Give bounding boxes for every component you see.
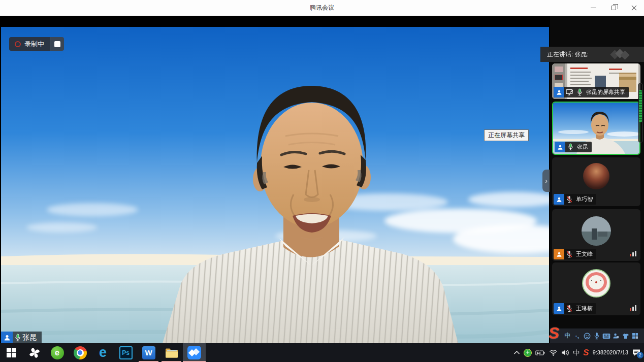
chevron-up-icon: [513, 350, 520, 355]
main-video: 录制中 正在屏幕共享 › 张昆: [0, 16, 550, 343]
taskbar-app-pinwheel[interactable]: [23, 343, 46, 362]
window-controls: [583, 0, 644, 16]
taskbar-apps: e e Ps W: [0, 343, 206, 362]
taskbar-app-chrome[interactable]: [69, 343, 91, 362]
green-browser-icon: e: [51, 346, 64, 359]
sogou-logo-icon[interactable]: S: [549, 325, 559, 341]
mic-muted-icon: [564, 305, 574, 312]
scrollbar-thumb[interactable]: [639, 90, 642, 122]
soft-keyboard-icon[interactable]: [602, 333, 610, 339]
mic-on-icon: [15, 334, 21, 342]
sogou-ime-toolbar: S 中 ·,: [550, 328, 644, 343]
voice-input-icon[interactable]: [592, 332, 601, 340]
ime-punctuation-button[interactable]: ·,: [573, 333, 582, 340]
network-signal-icon: [630, 251, 636, 256]
notification-count-badge: 2: [637, 352, 643, 358]
avatar: [582, 216, 611, 246]
taskbar-app-edge[interactable]: e: [91, 343, 114, 362]
chrome-icon: [74, 346, 87, 359]
now-speaking-text: 正在讲话: 张昆:: [547, 51, 589, 58]
avatar: [582, 269, 610, 298]
clock-date: 2020/7/13: [603, 349, 628, 356]
restore-icon: [611, 6, 616, 10]
main-speaker-label: 张昆: [1, 332, 42, 343]
sidebar-collapse-tab[interactable]: ›: [542, 170, 550, 192]
ime-user-icon[interactable]: [611, 333, 620, 339]
taskbar-clock[interactable]: 9:38 2020/7/13: [593, 349, 628, 356]
avatar: [583, 163, 609, 189]
action-center-button[interactable]: 2: [632, 349, 641, 357]
mic-muted-icon: [564, 195, 574, 203]
host-icon: [554, 249, 564, 259]
system-tray: + 中 S 9:38 2020/7/13 2: [513, 343, 643, 362]
windows-taskbar: e e Ps W +: [0, 343, 644, 362]
wifi-icon[interactable]: [549, 349, 558, 356]
taskbar-app-file-explorer[interactable]: [160, 343, 183, 362]
ime-skin-icon[interactable]: [621, 333, 630, 339]
taskbar-app-360-browser[interactable]: e: [46, 343, 69, 362]
stop-recording-button[interactable]: [50, 37, 64, 51]
start-button[interactable]: [0, 343, 23, 362]
tencent-meeting-window: 腾讯会议: [0, 0, 644, 362]
now-speaking-banner: 正在讲话: 张昆:: [540, 47, 644, 62]
record-dot-icon: [15, 41, 21, 47]
recording-indicator: 录制中: [9, 37, 64, 51]
participant-name: 张昆: [575, 143, 592, 151]
ime-toolbox-icon[interactable]: [631, 333, 639, 339]
minimize-icon: [591, 8, 596, 8]
member-icon: [1, 332, 13, 343]
participant-name-bar: 王文峰: [554, 249, 596, 259]
taskbar-app-photoshop[interactable]: Ps: [114, 343, 137, 362]
speaker-name: 张昆: [22, 333, 37, 342]
pinwheel-app-icon: [28, 347, 41, 359]
sogou-tray-icon[interactable]: S: [583, 348, 589, 358]
mic-muted-icon: [564, 250, 574, 258]
recording-status: 录制中: [9, 37, 50, 51]
chevron-right-icon: ›: [545, 177, 548, 185]
close-icon: [631, 5, 637, 11]
participant-tile-wangwenfeng[interactable]: 王文峰: [552, 209, 640, 261]
battery-icon[interactable]: [535, 350, 545, 356]
participant-name: 王琳楠: [574, 305, 596, 312]
screen-share-status-tooltip: 正在屏幕共享: [484, 129, 529, 141]
participant-name: 单巧智: [574, 195, 596, 203]
participant-tile-zhangkun[interactable]: 张昆: [552, 102, 640, 155]
member-icon: [554, 303, 564, 314]
participant-name-bar: 单巧智: [554, 194, 596, 205]
wps-icon: W: [142, 346, 155, 359]
window-title: 腾讯会议: [0, 0, 644, 16]
ime-chinese-mode-button[interactable]: 中: [563, 332, 572, 340]
participant-tile-shanqiaozhi[interactable]: 单巧智: [552, 157, 640, 206]
emoji-icon[interactable]: [583, 333, 591, 340]
network-signal-icon: [630, 305, 636, 311]
participants-sidebar: 正在讲话: 张昆:: [550, 16, 644, 343]
restore-button[interactable]: [603, 0, 624, 16]
close-button[interactable]: [624, 0, 644, 16]
ime-mode-indicator[interactable]: 中: [573, 348, 579, 357]
edge-icon: e: [99, 346, 107, 359]
meeting-content: 录制中 正在屏幕共享 › 张昆: [0, 16, 644, 343]
tray-antivirus-icon[interactable]: +: [524, 349, 532, 357]
title-bar: 腾讯会议: [0, 0, 644, 16]
participant-tile-screen-share[interactable]: 张昆的屏幕共享: [552, 63, 640, 99]
tray-expand-button[interactable]: [513, 350, 520, 355]
clock-time: 9:38: [593, 349, 603, 356]
minimize-button[interactable]: [583, 0, 603, 16]
recording-label: 录制中: [24, 40, 44, 49]
meeting-logo-icon: [609, 50, 630, 59]
mic-on-icon: [565, 143, 575, 151]
member-icon: [554, 87, 564, 97]
participant-name-bar: 张昆的屏幕共享: [554, 87, 629, 97]
member-icon: [555, 142, 565, 152]
sidebar-scrollbar[interactable]: [638, 83, 643, 143]
participant-name-bar: 王琳楠: [554, 303, 596, 314]
taskbar-app-wps[interactable]: W: [137, 343, 160, 362]
participant-tile-wanglinnan[interactable]: 王琳楠: [552, 262, 640, 315]
taskbar-app-tencent-meeting[interactable]: [183, 343, 206, 362]
participant-name: 张昆的屏幕共享: [585, 88, 629, 96]
member-icon: [554, 194, 564, 205]
screen-share-icon: [564, 89, 574, 95]
volume-icon[interactable]: [561, 349, 569, 356]
participant-name: 王文峰: [574, 250, 596, 258]
beach-video-frame: [1, 27, 549, 343]
